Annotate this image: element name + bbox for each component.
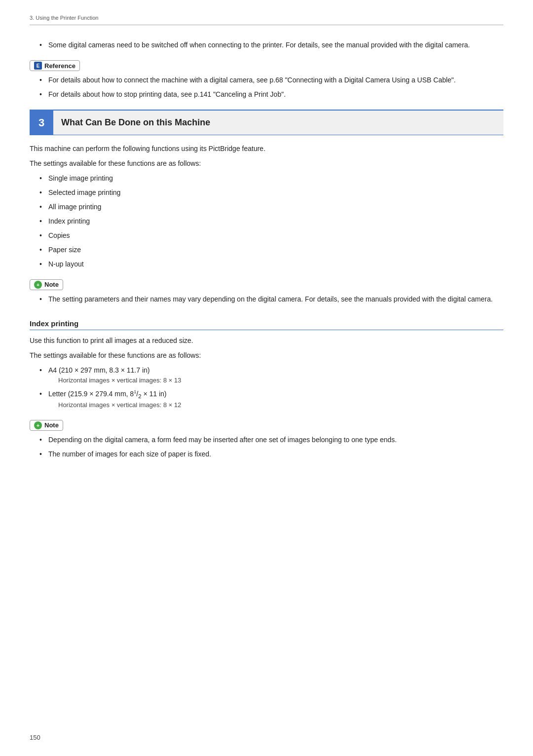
subsection-note-bullet-list: Depending on the digital camera, a form … bbox=[30, 435, 503, 459]
list-item: Index printing bbox=[39, 216, 503, 227]
list-item: For details about how to connect the mac… bbox=[39, 75, 503, 85]
page: 3. Using the Printer Function Some digit… bbox=[0, 0, 533, 756]
reference-bullet-list: For details about how to connect the mac… bbox=[30, 75, 503, 100]
letter-item-text: Letter (215.9 × 279.4 mm, 81/2 × 11 in) bbox=[48, 390, 167, 398]
list-item: Single image printing bbox=[39, 173, 503, 184]
list-item: N-up layout bbox=[39, 259, 503, 269]
list-item: All image printing bbox=[39, 202, 503, 212]
note-icon-2: + bbox=[34, 421, 42, 429]
page-number: 150 bbox=[30, 734, 40, 741]
main-bullet-list: Single image printing Selected image pri… bbox=[30, 173, 503, 269]
top-section: Some digital cameras need to be switched… bbox=[30, 40, 503, 100]
note-box: + Note bbox=[30, 279, 63, 290]
note-box-2: + Note bbox=[30, 420, 63, 431]
list-item: Copies bbox=[39, 230, 503, 241]
breadcrumb: 3. Using the Printer Function bbox=[30, 15, 503, 25]
subsection: Index printing Use this function to prin… bbox=[30, 319, 503, 459]
list-item: Letter (215.9 × 279.4 mm, 81/2 × 11 in) … bbox=[39, 389, 503, 410]
section-header: 3 What Can Be Done on this Machine bbox=[30, 110, 503, 135]
subsection-intro-2: The settings available for these functio… bbox=[30, 350, 503, 361]
subsection-intro-1: Use this function to print all images at… bbox=[30, 335, 503, 346]
note-icon: + bbox=[34, 281, 42, 289]
list-item: Depending on the digital camera, a form … bbox=[39, 435, 503, 445]
list-item: A4 (210 × 297 mm, 8.3 × 11.7 in) Horizon… bbox=[39, 365, 503, 385]
intro-paragraph-1: This machine can perform the following f… bbox=[30, 143, 503, 154]
reference-box: E Reference bbox=[30, 60, 80, 71]
section-title-wrap: What Can Be Done on this Machine bbox=[53, 111, 503, 135]
top-bullet-list: Some digital cameras need to be switched… bbox=[30, 40, 503, 50]
subsection-title: Index printing bbox=[30, 319, 503, 330]
section-number: 3 bbox=[30, 111, 53, 135]
list-item: Paper size bbox=[39, 245, 503, 255]
list-item: Selected image printing bbox=[39, 188, 503, 198]
list-item: For details about how to stop printing d… bbox=[39, 89, 503, 100]
sub-detail: Horizontal images × vertical images: 8 ×… bbox=[58, 400, 503, 410]
subsection-bullet-list: A4 (210 × 297 mm, 8.3 × 11.7 in) Horizon… bbox=[30, 365, 503, 410]
list-item: Some digital cameras need to be switched… bbox=[39, 40, 503, 50]
note-label: Note bbox=[44, 281, 59, 288]
list-item: The number of images for each size of pa… bbox=[39, 449, 503, 459]
list-item: The setting parameters and their names m… bbox=[39, 294, 503, 304]
intro-paragraph-2: The settings available for these functio… bbox=[30, 158, 503, 169]
section-body: This machine can perform the following f… bbox=[30, 143, 503, 304]
sub-detail: Horizontal images × vertical images: 8 ×… bbox=[58, 376, 503, 385]
reference-icon: E bbox=[34, 62, 42, 70]
reference-label: Reference bbox=[44, 62, 76, 70]
note-label-2: Note bbox=[44, 421, 59, 429]
section-title: What Can Be Done on this Machine bbox=[61, 117, 210, 128]
note-bullet-list: The setting parameters and their names m… bbox=[30, 294, 503, 304]
superscript: 1 bbox=[134, 389, 136, 394]
